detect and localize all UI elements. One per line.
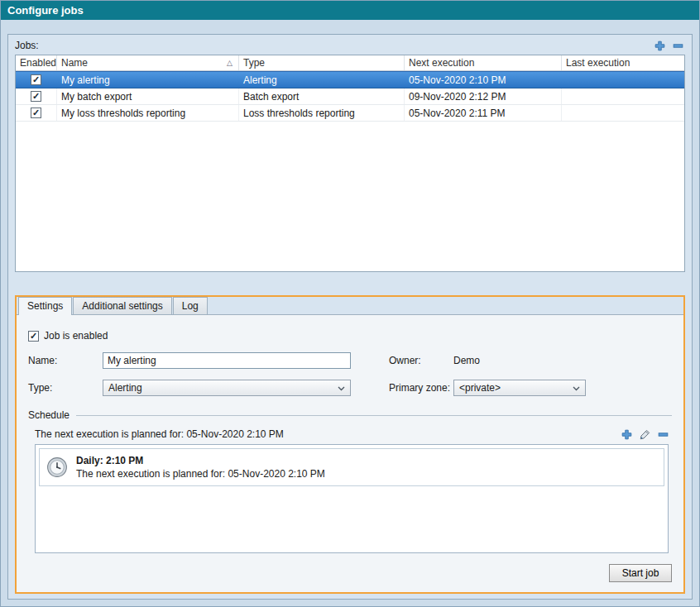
jobs-table: Enabled Name △ Type Next execution Last … bbox=[15, 55, 685, 272]
job-name-cell: My batch export bbox=[57, 88, 239, 104]
name-input[interactable] bbox=[103, 352, 351, 369]
jobs-table-empty-area bbox=[16, 122, 684, 271]
add-job-icon[interactable] bbox=[654, 40, 665, 51]
job-is-enabled-label: Job is enabled bbox=[44, 330, 108, 342]
schedule-list: Daily: 2:10 PM The next execution is pla… bbox=[35, 444, 669, 553]
job-details-panel: Settings Additional settings Log ✓ Job i… bbox=[15, 295, 685, 594]
primary-zone-dropdown-value: <private> bbox=[459, 382, 501, 394]
owner-label: Owner: bbox=[389, 355, 453, 366]
job-type-cell: Alerting bbox=[239, 72, 405, 88]
job-enabled-checkbox[interactable]: ✓ bbox=[31, 108, 41, 118]
primary-zone-dropdown[interactable]: <private> bbox=[453, 380, 586, 396]
jobs-label: Jobs: bbox=[15, 40, 39, 51]
jobs-table-body: ✓ My alerting Alerting 05-Nov-2020 2:10 … bbox=[16, 71, 684, 122]
job-type-cell: Batch export bbox=[239, 88, 405, 104]
settings-tab-content: ✓ Job is enabled Name: Owner: Demo Type:… bbox=[17, 314, 683, 592]
jobs-table-header: Enabled Name △ Type Next execution Last … bbox=[16, 55, 684, 71]
type-dropdown[interactable]: Alerting bbox=[103, 380, 351, 396]
tab-settings[interactable]: Settings bbox=[18, 297, 72, 315]
schedule-group-label: Schedule bbox=[28, 409, 70, 421]
schedule-next-execution-text: The next execution is planned for: 05-No… bbox=[35, 428, 284, 440]
job-next-execution-cell: 09-Nov-2020 2:12 PM bbox=[405, 88, 562, 104]
schedule-entry-title: Daily: 2:10 PM bbox=[76, 455, 325, 466]
job-last-execution-cell bbox=[562, 105, 684, 121]
type-dropdown-value: Alerting bbox=[108, 382, 142, 394]
job-name-cell: My alerting bbox=[57, 72, 239, 88]
owner-value: Demo bbox=[453, 355, 480, 366]
tab-log[interactable]: Log bbox=[173, 297, 208, 314]
job-enabled-cell: ✓ bbox=[16, 88, 57, 104]
remove-schedule-icon[interactable] bbox=[657, 428, 669, 440]
chevron-down-icon bbox=[338, 382, 345, 394]
start-job-button[interactable]: Start job bbox=[609, 564, 672, 582]
schedule-entry[interactable]: Daily: 2:10 PM The next execution is pla… bbox=[39, 448, 664, 486]
job-next-execution-cell: 05-Nov-2020 2:10 PM bbox=[405, 72, 562, 88]
sort-ascending-icon: △ bbox=[227, 59, 234, 67]
table-row[interactable]: ✓ My alerting Alerting 05-Nov-2020 2:10 … bbox=[16, 71, 684, 88]
job-enabled-checkbox[interactable]: ✓ bbox=[31, 74, 41, 85]
job-last-execution-cell bbox=[562, 88, 684, 104]
primary-zone-label: Primary zone: bbox=[389, 382, 453, 394]
job-enabled-cell: ✓ bbox=[16, 72, 57, 88]
chevron-down-icon bbox=[573, 382, 580, 394]
window-title: Configure jobs bbox=[1, 1, 699, 20]
job-name-cell: My loss thresholds reporting bbox=[57, 105, 239, 121]
job-next-execution-cell: 05-Nov-2020 2:11 PM bbox=[405, 105, 562, 121]
schedule-entry-subtitle: The next execution is planned for: 05-No… bbox=[76, 468, 325, 480]
tab-label: Settings bbox=[27, 300, 63, 312]
tab-label: Log bbox=[182, 300, 199, 312]
column-header-next-execution[interactable]: Next execution bbox=[405, 55, 562, 70]
details-tab-bar: Settings Additional settings Log bbox=[17, 297, 683, 314]
add-schedule-icon[interactable] bbox=[621, 428, 632, 440]
job-is-enabled-checkbox[interactable]: ✓ bbox=[28, 331, 39, 342]
remove-job-icon[interactable] bbox=[672, 40, 683, 51]
tab-label: Additional settings bbox=[82, 300, 162, 312]
column-header-enabled[interactable]: Enabled bbox=[16, 55, 57, 70]
tab-additional-settings[interactable]: Additional settings bbox=[73, 297, 171, 314]
column-header-last-execution[interactable]: Last execution bbox=[562, 55, 684, 70]
name-label: Name: bbox=[28, 355, 103, 366]
table-row[interactable]: ✓ My loss thresholds reporting Loss thre… bbox=[16, 105, 684, 122]
job-type-cell: Loss thresholds reporting bbox=[239, 105, 405, 121]
type-label: Type: bbox=[28, 382, 103, 394]
schedule-group-rule bbox=[76, 415, 672, 416]
edit-schedule-icon[interactable] bbox=[639, 428, 650, 440]
job-last-execution-cell bbox=[562, 72, 684, 88]
column-header-type[interactable]: Type bbox=[239, 55, 405, 70]
clock-icon bbox=[46, 456, 68, 478]
table-row[interactable]: ✓ My batch export Batch export 09-Nov-20… bbox=[16, 88, 684, 105]
job-enabled-checkbox[interactable]: ✓ bbox=[31, 91, 41, 102]
column-header-name[interactable]: Name △ bbox=[57, 55, 239, 70]
configure-jobs-panel: Jobs: Enabled Name △ Type Next execution bbox=[7, 34, 693, 600]
job-enabled-cell: ✓ bbox=[16, 105, 57, 121]
